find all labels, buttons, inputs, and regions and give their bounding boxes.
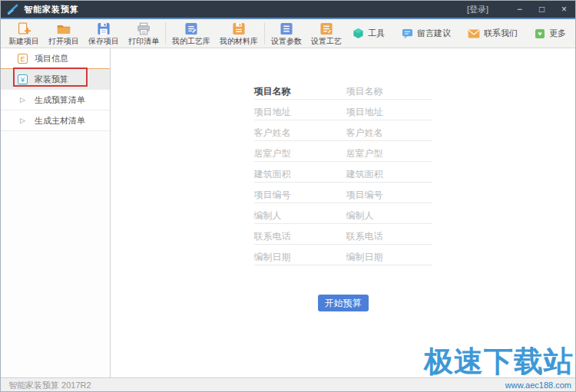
triangle-icon: ▷ [18, 96, 28, 104]
craft-library-button[interactable]: 我的工艺库 [167, 19, 215, 48]
building-area-input[interactable]: 建筑面积 [346, 170, 432, 182]
tools-button[interactable]: 工具 [353, 28, 385, 39]
toolbar-item-label: 工具 [368, 28, 385, 39]
project-number-input[interactable]: 项目编号 [346, 190, 432, 203]
more-button[interactable]: 更多 [535, 28, 566, 39]
contact-icon [468, 29, 480, 38]
open-project-button[interactable]: 打开项目 [44, 19, 84, 48]
craft-library-icon [184, 22, 198, 35]
field-label: 项目地址 [254, 107, 346, 120]
material-library-button[interactable]: 我的材料库 [215, 19, 263, 48]
toolbar-item-label: 更多 [549, 28, 566, 39]
sidebar-item-home-budget[interactable]: ¥ 家装预算 [1, 69, 110, 90]
save-project-icon [96, 22, 111, 35]
toolbar-item-label: 保存项目 [88, 36, 119, 47]
toolbar-item-label: 我的材料库 [220, 36, 258, 47]
field-label: 建筑面积 [254, 170, 346, 182]
form-row-project-number: 项目编号 项目编号 [254, 190, 432, 203]
form-row-customer-name: 客户姓名 客户姓名 [254, 128, 432, 141]
project-address-input[interactable]: 项目地址 [346, 107, 432, 120]
set-craft-button[interactable]: 设置工艺 [306, 19, 346, 48]
contact-button[interactable]: 联系我们 [468, 28, 518, 39]
maximize-button[interactable]: □ [531, 1, 553, 18]
toolbar: 新建项目 打开项目 保存项目 [1, 19, 575, 48]
project-info-icon: E [18, 54, 28, 64]
sidebar-item-generate-material-list[interactable]: ▷ 生成主材清单 [1, 110, 110, 131]
form-row-project-address: 项目地址 项目地址 [254, 107, 432, 120]
project-name-input[interactable]: 项目名称 [346, 87, 432, 99]
toolbar-item-label: 设置参数 [271, 36, 302, 47]
tools-icon [353, 28, 364, 39]
set-params-icon [280, 22, 293, 35]
statusbar-text: 智能家装预算 2017R2 [8, 380, 91, 391]
print-list-button[interactable]: 打印清单 [124, 19, 164, 48]
titlebar: 智能家装预算 [登录] − □ × [1, 1, 575, 18]
field-label: 编制人 [254, 211, 346, 223]
room-type-input[interactable]: 居室户型 [346, 149, 432, 161]
triangle-icon: ▷ [18, 117, 28, 124]
field-label: 项目编号 [254, 190, 346, 203]
app-logo-icon [7, 4, 19, 15]
material-library-icon [232, 22, 246, 35]
print-list-icon [135, 22, 152, 35]
contact-phone-input[interactable]: 联系电话 [346, 232, 432, 244]
toolbar-separator [165, 22, 166, 44]
titlebar-controls: [登录] − □ × [467, 1, 575, 18]
sidebar-item-project-info[interactable]: E 项目信息 [1, 48, 110, 69]
login-link[interactable]: [登录] [467, 4, 488, 15]
compile-date-input[interactable]: 编制日期 [346, 252, 432, 265]
start-budget-button[interactable]: 开始预算 [318, 295, 369, 311]
feedback-button[interactable]: 留言建议 [402, 28, 451, 39]
sidebar: E 项目信息 ¥ 家装预算 ▷ 生成预算清单 ▷ 生成主材清单 [1, 48, 111, 377]
close-button[interactable]: × [553, 1, 575, 18]
toolbar-separator [264, 22, 265, 44]
toolbar-right-group: 工具 留言建议 联系我 [353, 19, 571, 48]
minimize-button[interactable]: − [508, 1, 531, 18]
budget-yen-icon: ¥ [18, 74, 28, 84]
form-row-project-name: 项目名称 项目名称 [254, 87, 432, 100]
field-label: 居室户型 [254, 149, 346, 161]
toolbar-item-label: 新建项目 [8, 36, 39, 47]
compiler-input[interactable]: 编制人 [346, 211, 432, 223]
toolbar-item-label: 留言建议 [417, 28, 451, 39]
set-craft-icon [319, 22, 333, 35]
form-row-compile-date: 编制日期 编制日期 [254, 252, 432, 265]
customer-name-input[interactable]: 客户姓名 [346, 128, 432, 140]
toolbar-item-label: 我的工艺库 [172, 36, 210, 47]
window-title: 智能家装预算 [24, 4, 79, 15]
toolbar-item-label: 打开项目 [48, 36, 79, 47]
open-project-icon [55, 22, 72, 35]
set-params-button[interactable]: 设置参数 [266, 19, 306, 48]
toolbar-item-label: 打印清单 [128, 36, 159, 47]
sidebar-item-label: 生成主材清单 [35, 115, 85, 127]
more-icon [535, 28, 545, 39]
field-label: 项目名称 [254, 87, 346, 99]
body: E 项目信息 ¥ 家装预算 ▷ 生成预算清单 ▷ 生成主材清单 项目名称 [1, 48, 575, 377]
feedback-icon [402, 28, 413, 39]
field-label: 客户姓名 [254, 128, 346, 140]
app-window: 智能家装预算 [登录] − □ × 新建项目 [0, 0, 576, 392]
toolbar-item-label: 联系我们 [484, 28, 518, 39]
form-row-compiler: 编制人 编制人 [254, 211, 432, 224]
toolbar-item-label: 设置工艺 [311, 36, 342, 47]
form-row-contact-phone: 联系电话 联系电话 [254, 232, 432, 245]
statusbar: 智能家装预算 2017R2 [1, 377, 575, 392]
sidebar-item-generate-budget-list[interactable]: ▷ 生成预算清单 [1, 90, 110, 110]
new-project-icon [15, 22, 32, 35]
main-content: 项目名称 项目名称 项目地址 项目地址 客户姓名 客户姓名 居室户型 居室户型 … [111, 48, 575, 377]
project-form: 项目名称 项目名称 项目地址 项目地址 客户姓名 客户姓名 居室户型 居室户型 … [254, 87, 432, 311]
form-row-room-type: 居室户型 居室户型 [254, 149, 432, 162]
form-row-building-area: 建筑面积 建筑面积 [254, 170, 432, 183]
sidebar-item-label: 家装预算 [35, 74, 68, 85]
field-label: 联系电话 [254, 232, 346, 244]
sidebar-item-label: 项目信息 [35, 53, 68, 64]
sidebar-item-label: 生成预算清单 [35, 94, 85, 106]
new-project-button[interactable]: 新建项目 [4, 19, 44, 48]
save-project-button[interactable]: 保存项目 [84, 19, 124, 48]
field-label: 编制日期 [254, 252, 346, 265]
